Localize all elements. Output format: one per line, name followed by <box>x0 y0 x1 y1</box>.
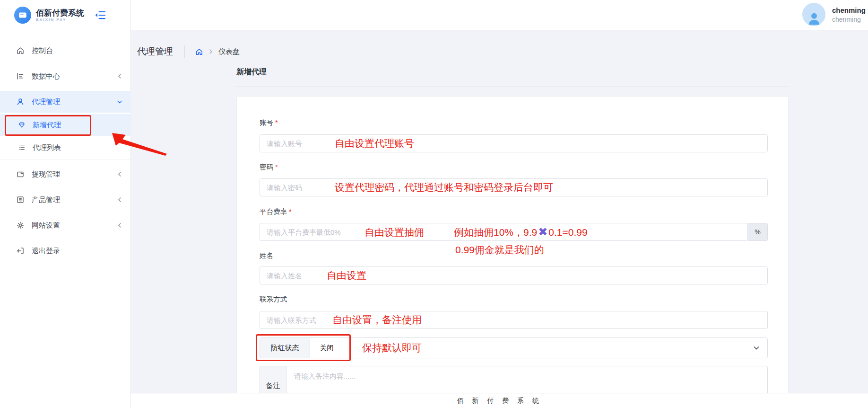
sidebar-item-label: 新增代理 <box>33 121 61 130</box>
chevron-down-icon <box>753 345 760 351</box>
person-icon <box>806 10 822 26</box>
sidebar-item-label: 代理列表 <box>33 143 61 152</box>
section-divider <box>235 86 789 87</box>
contact-label: 联系方式 <box>260 295 287 304</box>
contact-input[interactable] <box>260 311 768 329</box>
breadcrumb-divider <box>184 45 185 58</box>
chevron-left-icon <box>117 197 122 203</box>
sidebar-item-data-center[interactable]: 数据中心 <box>0 65 131 87</box>
name-field-wrap: 自由设置 <box>260 266 768 284</box>
sidebar-item-label: 数据中心 <box>32 72 60 81</box>
percent-suffix: % <box>748 223 768 241</box>
account-field-wrap: 自由设置代理账号 <box>260 134 768 152</box>
chevron-left-icon <box>117 73 122 79</box>
list-icon <box>18 144 26 151</box>
sidebar-item-label: 网站设置 <box>32 221 60 230</box>
rate-label: 平台费率* <box>260 207 292 216</box>
sidebar-divider <box>0 160 130 160</box>
user-icon <box>16 98 25 106</box>
chevron-left-icon <box>117 171 122 177</box>
sidebar-item-site-settings[interactable]: 网站设置 <box>0 214 131 236</box>
contact-field-wrap: 自由设置，备注使用 <box>260 311 768 329</box>
logout-icon <box>16 247 25 255</box>
brand-logo-icon <box>14 7 31 24</box>
breadcrumb: 代理管理 仪表盘 <box>137 44 240 60</box>
sidebar-item-label: 代理管理 <box>32 98 60 106</box>
password-field-wrap: 设置代理密码，代理通过账号和密码登录后台即可 <box>260 178 768 196</box>
sidebar-item-console[interactable]: 控制台 <box>0 40 131 62</box>
home-icon <box>16 46 25 55</box>
sidebar-item-label: 产品管理 <box>32 195 60 204</box>
gem-icon <box>18 121 26 129</box>
required-mark: * <box>275 119 278 126</box>
sidebar-item-label: 提现管理 <box>32 170 60 179</box>
bar-chart-icon <box>16 72 25 80</box>
rate-input[interactable] <box>260 223 748 241</box>
sidebar-item-logout[interactable]: 退出登录 <box>0 240 131 262</box>
name-input[interactable] <box>260 266 768 284</box>
footer: 佰 新 付 费 系 统 <box>131 393 868 408</box>
anti-red-status-select[interactable]: 防红状态 关闭 保持默认即可 <box>260 337 768 358</box>
sidebar-item-agent-management[interactable]: 代理管理 <box>0 91 131 113</box>
rate-field-wrap: 自由设置抽佣例如抽佣10%，9.9✖0.1=0.99 % <box>260 223 768 241</box>
card-icon <box>17 10 28 20</box>
user-subname: chenming <box>832 15 866 24</box>
sidebar-item-label: 退出登录 <box>32 247 60 256</box>
sidebar-item-product[interactable]: 产品管理 <box>0 189 131 211</box>
main-content: 代理管理 仪表盘 新增代理 账号* 自由设置代理账号 密码* 设置代理 <box>131 30 868 408</box>
brand-logo: 佰新付费系统 BAIXIN PAY <box>0 0 131 30</box>
page-title: 代理管理 <box>137 45 173 58</box>
annotation-status: 保持默认即可 <box>362 341 422 355</box>
chevron-right-icon <box>208 49 214 54</box>
sidebar-item-label: 控制台 <box>32 46 53 55</box>
name-label: 姓名 <box>260 251 273 260</box>
required-mark: * <box>289 208 292 215</box>
gear-icon <box>16 221 25 230</box>
sidebar-item-agent-list[interactable]: 代理列表 <box>0 137 131 159</box>
app-window: chenming chenming 佰新付费系统 BAIXIN PAY <box>0 0 868 408</box>
sidebar-item-add-agent[interactable]: 新增代理 <box>0 114 131 136</box>
form-section-title: 新增代理 <box>236 67 267 77</box>
home-icon[interactable] <box>195 48 203 56</box>
account-label: 账号* <box>260 118 278 127</box>
anti-red-status-value: 关闭 <box>310 338 334 358</box>
chevron-left-icon <box>117 222 122 228</box>
password-input[interactable] <box>260 178 768 196</box>
brand-name: 佰新付费系统 <box>36 9 84 18</box>
sidebar: 佰新付费系统 BAIXIN PAY 控制台 数据中心 <box>0 0 131 408</box>
required-mark: * <box>275 163 278 171</box>
avatar[interactable] <box>802 3 825 26</box>
wallet-icon <box>16 170 25 178</box>
password-label: 密码* <box>260 163 278 172</box>
anti-red-status-label: 防红状态 <box>260 338 310 358</box>
account-input[interactable] <box>260 134 768 152</box>
footer-text: 佰 新 付 费 系 统 <box>457 397 542 405</box>
sidebar-item-withdrawal[interactable]: 提现管理 <box>0 163 131 185</box>
sidebar-collapse-icon[interactable] <box>95 9 106 21</box>
chevron-down-icon <box>117 99 122 105</box>
user-menu[interactable]: chenming chenming <box>802 3 866 26</box>
brand-tagline: BAIXIN PAY <box>36 18 84 22</box>
breadcrumb-item-dashboard[interactable]: 仪表盘 <box>218 47 240 56</box>
product-list-icon <box>16 195 25 204</box>
user-name: chenming <box>832 6 866 15</box>
